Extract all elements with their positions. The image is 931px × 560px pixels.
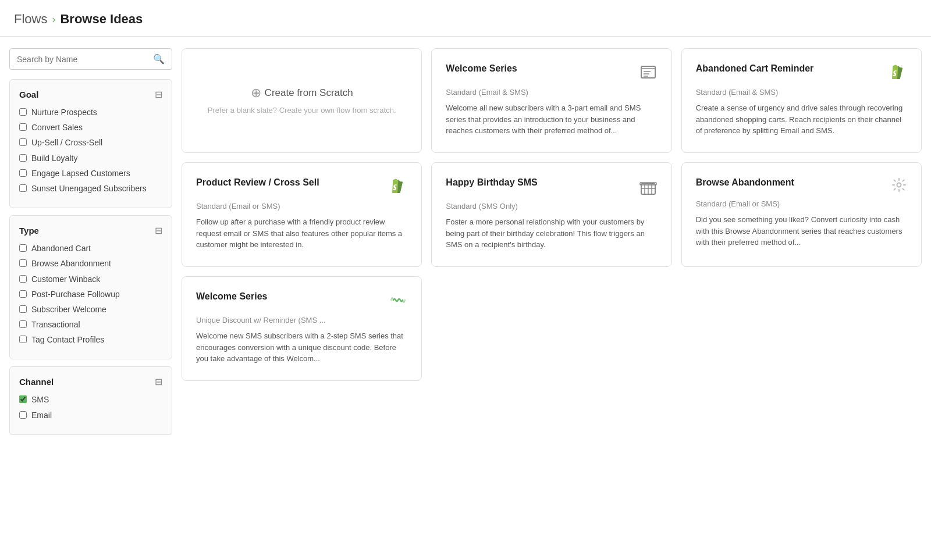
- type-tag-label: Tag Contact Profiles: [31, 334, 104, 345]
- sms-wave-icon: [389, 291, 407, 313]
- card-title: Product Review / Cross Sell: [196, 177, 384, 189]
- gear-icon: [891, 177, 907, 197]
- type-filter-transactional[interactable]: Transactional: [19, 319, 162, 330]
- card-header: Browse Abandonment: [696, 177, 907, 197]
- channel-email-label: Email: [31, 410, 52, 420]
- card-title: Welcome Series: [446, 63, 634, 75]
- channel-filter-sms[interactable]: SMS: [19, 394, 162, 405]
- channel-filter-section: Channel ⊟ SMS Email: [9, 366, 172, 434]
- card-title: Browse Abandonment: [696, 177, 886, 189]
- card-desc: Follow up after a purchase with a friend…: [196, 216, 407, 251]
- card-browse-abandonment[interactable]: Browse Abandonment Standard (Email or SM…: [681, 162, 922, 267]
- goal-filter-header: Goal ⊟: [19, 89, 162, 100]
- header-divider: [0, 36, 931, 37]
- card-subtitle: Standard (Email & SMS): [446, 88, 657, 97]
- card-subtitle: Standard (Email & SMS): [696, 88, 907, 97]
- type-filter-section: Type ⊟ Abandoned Cart Browse Abandonment…: [9, 215, 172, 359]
- channel-collapse-icon[interactable]: ⊟: [155, 376, 162, 387]
- type-filter-browse[interactable]: Browse Abandonment: [19, 258, 162, 269]
- goal-filter-upsell[interactable]: Up-Sell / Cross-Sell: [19, 137, 162, 148]
- card-subtitle: Unique Discount w/ Reminder (SMS ...: [196, 316, 407, 324]
- search-input[interactable]: [17, 55, 153, 64]
- type-filter-header: Type ⊟: [19, 225, 162, 236]
- goal-filter-sunset[interactable]: Sunset Unengaged Subscribers: [19, 183, 162, 194]
- create-scratch-desc: Prefer a blank slate? Create your own fl…: [208, 105, 396, 116]
- card-welcome-series-sms[interactable]: Welcome Series Unique Discount w/ Remind…: [182, 276, 422, 381]
- card-header: Abandoned Cart Reminder: [696, 63, 907, 85]
- card-header: Product Review / Cross Sell: [196, 177, 407, 199]
- card-create-scratch[interactable]: ⊕ Create from Scratch Prefer a blank sla…: [182, 48, 422, 153]
- type-winback-label: Customer Winback: [31, 274, 100, 284]
- goal-filter-title: Goal: [19, 90, 38, 99]
- card-happy-birthday[interactable]: Happy Birthday SMS Standard (SMS Only) F…: [431, 162, 671, 267]
- birthday-icon: [639, 177, 658, 199]
- card-title: Welcome Series: [196, 291, 384, 303]
- card-subtitle: Standard (Email or SMS): [696, 199, 907, 208]
- goal-convert-label: Convert Sales: [31, 122, 83, 133]
- goal-nurture-label: Nurture Prospects: [31, 107, 97, 117]
- goal-lapsed-label: Engage Lapsed Customers: [31, 168, 130, 179]
- card-subtitle: Standard (Email or SMS): [196, 202, 407, 211]
- type-filter-abandoned-cart[interactable]: Abandoned Cart: [19, 243, 162, 254]
- card-header: Welcome Series: [196, 291, 407, 313]
- goal-filter-nurture[interactable]: Nurture Prospects: [19, 107, 162, 117]
- create-scratch-title: ⊕ Create from Scratch: [251, 85, 353, 101]
- search-icon: 🔍: [153, 53, 165, 65]
- breadcrumb: Flows › Browse Ideas: [0, 0, 931, 36]
- card-desc: Welcome new SMS subscribers with a 2-ste…: [196, 330, 407, 365]
- card-abandoned-cart-reminder[interactable]: Abandoned Cart Reminder Standard (Email …: [681, 48, 922, 153]
- type-filter-title: Type: [19, 226, 39, 236]
- type-collapse-icon[interactable]: ⊟: [155, 225, 162, 236]
- goal-filter-lapsed[interactable]: Engage Lapsed Customers: [19, 168, 162, 179]
- cards-grid: ⊕ Create from Scratch Prefer a blank sla…: [182, 48, 922, 442]
- goal-upsell-label: Up-Sell / Cross-Sell: [31, 137, 102, 148]
- channel-filter-email[interactable]: Email: [19, 410, 162, 420]
- card-desc: Did you see something you liked? Convert…: [696, 214, 907, 248]
- card-title: Happy Birthday SMS: [446, 177, 634, 189]
- type-subscriber-label: Subscriber Welcome: [31, 304, 106, 315]
- breadcrumb-chevron-icon: ›: [52, 13, 55, 26]
- goal-filter-section: Goal ⊟ Nurture Prospects Convert Sales U…: [9, 79, 172, 208]
- channel-filter-header: Channel ⊟: [19, 376, 162, 387]
- card-desc: Welcome all new subscribers with a 3-par…: [446, 102, 657, 137]
- card-desc: Create a sense of urgency and drive sale…: [696, 102, 907, 137]
- card-subtitle: Standard (SMS Only): [446, 202, 657, 211]
- breadcrumb-current: Browse Ideas: [60, 12, 143, 27]
- email-list-icon: [639, 63, 658, 85]
- card-header: Happy Birthday SMS: [446, 177, 657, 199]
- search-box: 🔍: [9, 48, 172, 70]
- goal-sunset-label: Sunset Unengaged Subscribers: [31, 183, 147, 194]
- type-abandoned-cart-label: Abandoned Cart: [31, 243, 91, 254]
- svg-point-11: [897, 183, 901, 187]
- card-welcome-series[interactable]: Welcome Series Standard (Email & SMS) We…: [431, 48, 671, 153]
- channel-filter-title: Channel: [19, 377, 54, 387]
- card-product-review[interactable]: Product Review / Cross Sell Standard (Em…: [182, 162, 422, 267]
- card-title: Abandoned Cart Reminder: [696, 63, 884, 75]
- main-layout: 🔍 Goal ⊟ Nurture Prospects Convert Sales…: [0, 48, 931, 442]
- goal-collapse-icon[interactable]: ⊟: [155, 89, 162, 100]
- goal-loyalty-label: Build Loyalty: [31, 153, 77, 163]
- goal-filter-convert[interactable]: Convert Sales: [19, 122, 162, 133]
- type-filter-winback[interactable]: Customer Winback: [19, 274, 162, 284]
- type-filter-subscriber[interactable]: Subscriber Welcome: [19, 304, 162, 315]
- channel-sms-label: SMS: [31, 394, 49, 405]
- plus-icon: ⊕: [251, 85, 261, 101]
- shopify-icon: [889, 63, 907, 85]
- sidebar: 🔍 Goal ⊟ Nurture Prospects Convert Sales…: [9, 48, 172, 442]
- shopify-icon-2: [389, 177, 407, 199]
- goal-filter-loyalty[interactable]: Build Loyalty: [19, 153, 162, 163]
- type-transactional-label: Transactional: [31, 319, 80, 330]
- type-browse-label: Browse Abandonment: [31, 258, 111, 269]
- type-filter-tag[interactable]: Tag Contact Profiles: [19, 334, 162, 345]
- card-desc: Foster a more personal relationship with…: [446, 216, 657, 251]
- breadcrumb-flows[interactable]: Flows: [14, 12, 47, 27]
- type-post-purchase-label: Post-Purchase Followup: [31, 289, 120, 299]
- type-filter-post-purchase[interactable]: Post-Purchase Followup: [19, 289, 162, 299]
- card-header: Welcome Series: [446, 63, 657, 85]
